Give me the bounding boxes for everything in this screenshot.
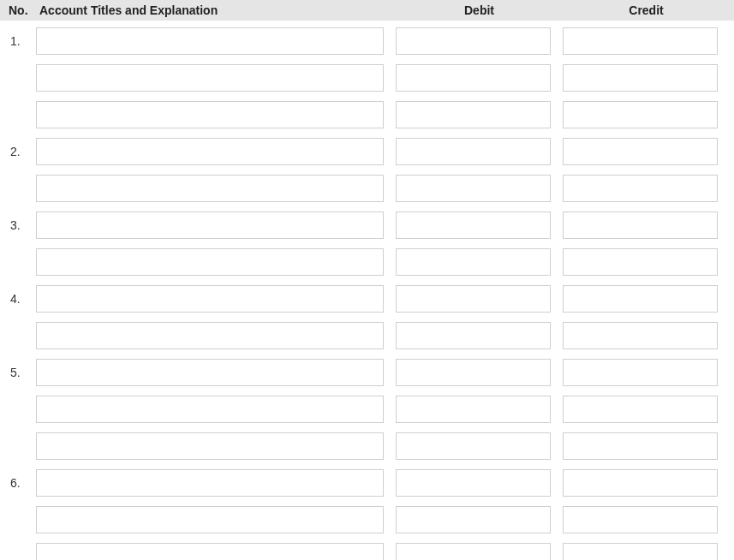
header-debit: Debit — [396, 3, 563, 17]
debit-cell — [396, 432, 563, 460]
header-credit: Credit — [563, 3, 730, 17]
account-cell — [36, 543, 396, 560]
debit-input[interactable] — [396, 322, 551, 349]
debit-input[interactable] — [396, 64, 551, 92]
credit-input[interactable] — [563, 543, 718, 560]
row-number — [0, 64, 36, 71]
row-number — [0, 506, 36, 513]
debit-cell — [396, 248, 563, 276]
debit-input[interactable] — [396, 211, 551, 239]
debit-input[interactable] — [396, 138, 551, 165]
row-number — [0, 175, 36, 182]
credit-input[interactable] — [563, 396, 718, 423]
account-input[interactable] — [36, 432, 384, 460]
credit-input[interactable] — [563, 322, 718, 349]
account-cell — [36, 101, 396, 128]
debit-cell — [396, 396, 563, 423]
debit-cell — [396, 469, 563, 497]
debit-input[interactable] — [396, 27, 551, 55]
credit-input[interactable] — [563, 432, 718, 460]
table-row — [0, 248, 734, 285]
credit-cell — [563, 211, 730, 239]
debit-input[interactable] — [396, 506, 551, 533]
credit-input[interactable] — [563, 248, 718, 276]
credit-input[interactable] — [563, 64, 718, 92]
table-row: 5. — [0, 359, 734, 396]
account-cell — [36, 248, 396, 276]
credit-input[interactable] — [563, 469, 718, 497]
row-number: 5. — [0, 359, 36, 379]
account-input[interactable] — [36, 506, 384, 533]
table-row — [0, 543, 734, 560]
credit-input[interactable] — [563, 506, 718, 533]
journal-entry-table: No. Account Titles and Explanation Debit… — [0, 0, 734, 560]
credit-input[interactable] — [563, 211, 718, 239]
credit-cell — [563, 175, 730, 202]
credit-cell — [563, 359, 730, 386]
table-row — [0, 506, 734, 543]
debit-input[interactable] — [396, 543, 551, 560]
account-input[interactable] — [36, 248, 384, 276]
row-number — [0, 543, 36, 550]
row-number: 6. — [0, 469, 36, 490]
account-input[interactable] — [36, 469, 384, 497]
debit-input[interactable] — [396, 359, 551, 386]
account-cell — [36, 432, 396, 460]
debit-input[interactable] — [396, 285, 551, 313]
account-input[interactable] — [36, 322, 384, 349]
credit-input[interactable] — [563, 27, 718, 55]
row-number — [0, 248, 36, 255]
account-cell — [36, 396, 396, 423]
account-cell — [36, 285, 396, 313]
table-row — [0, 432, 734, 469]
credit-cell — [563, 506, 730, 533]
account-input[interactable] — [36, 359, 384, 386]
debit-cell — [396, 506, 563, 533]
table-body: 1.2.3.4.5.6. — [0, 21, 734, 560]
account-input[interactable] — [36, 543, 384, 560]
account-input[interactable] — [36, 138, 384, 165]
debit-cell — [396, 543, 563, 560]
row-number — [0, 101, 36, 108]
debit-input[interactable] — [396, 469, 551, 497]
table-row — [0, 175, 734, 211]
header-account: Account Titles and Explanation — [36, 3, 396, 17]
account-cell — [36, 469, 396, 497]
header-no: No. — [0, 3, 36, 17]
debit-input[interactable] — [396, 396, 551, 423]
account-cell — [36, 27, 396, 55]
account-input[interactable] — [36, 27, 384, 55]
account-input[interactable] — [36, 285, 384, 313]
debit-cell — [396, 64, 563, 92]
account-cell — [36, 322, 396, 349]
row-number — [0, 322, 36, 329]
account-cell — [36, 359, 396, 386]
table-row: 4. — [0, 285, 734, 322]
account-cell — [36, 175, 396, 202]
account-cell — [36, 506, 396, 533]
credit-cell — [563, 27, 730, 55]
credit-input[interactable] — [563, 101, 718, 128]
debit-cell — [396, 27, 563, 55]
debit-input[interactable] — [396, 101, 551, 128]
credit-cell — [563, 543, 730, 560]
credit-input[interactable] — [563, 138, 718, 165]
debit-input[interactable] — [396, 175, 551, 202]
credit-input[interactable] — [563, 359, 718, 386]
debit-cell — [396, 175, 563, 202]
account-cell — [36, 211, 396, 239]
credit-cell — [563, 432, 730, 460]
account-input[interactable] — [36, 175, 384, 202]
debit-input[interactable] — [396, 248, 551, 276]
debit-cell — [396, 138, 563, 165]
account-input[interactable] — [36, 101, 384, 128]
account-cell — [36, 138, 396, 165]
account-input[interactable] — [36, 64, 384, 92]
credit-input[interactable] — [563, 285, 718, 313]
credit-input[interactable] — [563, 175, 718, 202]
account-input[interactable] — [36, 211, 384, 239]
debit-input[interactable] — [396, 432, 551, 460]
account-input[interactable] — [36, 396, 384, 423]
table-header-row: No. Account Titles and Explanation Debit… — [0, 0, 734, 21]
account-cell — [36, 64, 396, 92]
